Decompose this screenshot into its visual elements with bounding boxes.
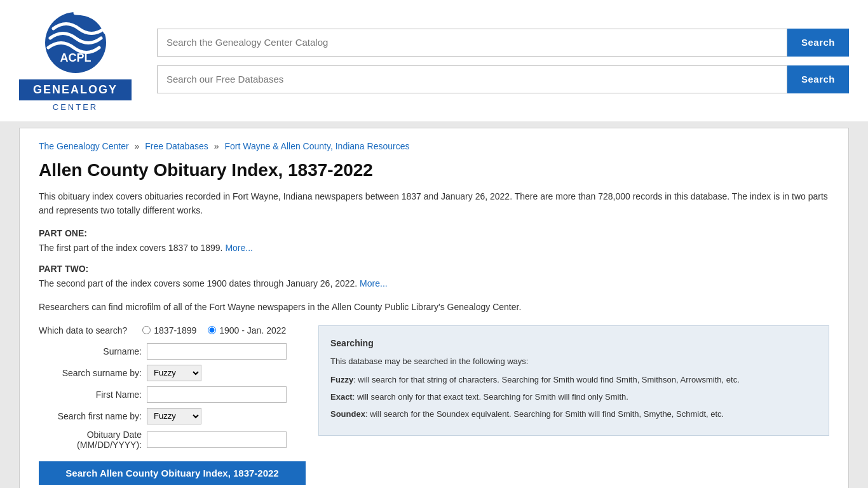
breadcrumb-genealogy-center[interactable]: The Genealogy Center <box>39 141 129 151</box>
search-form: Which data to search? 1837-1899 1900 - J… <box>39 325 306 485</box>
surname-label: Surname: <box>39 346 147 356</box>
radio-row: Which data to search? 1837-1899 1900 - J… <box>39 325 306 336</box>
part-two-more-link[interactable]: More... <box>360 278 388 288</box>
search-bars: Search Search <box>157 29 849 93</box>
exact-label: Exact <box>330 392 353 402</box>
fuzzy-label: Fuzzy <box>330 375 353 384</box>
content-box: The Genealogy Center » Free Databases » … <box>19 128 849 488</box>
part-two-heading: PART TWO: <box>39 264 829 274</box>
obit-date-input[interactable] <box>147 431 287 448</box>
soundex-desc: : will search for the Soundex equivalent… <box>365 409 724 419</box>
first-name-label: First Name: <box>39 390 147 400</box>
search-surname-by-select[interactable]: Fuzzy Exact Soundex <box>147 365 201 381</box>
logo-badge: GENEALOGY <box>19 79 132 100</box>
fuzzy-desc: : will search for that string of charact… <box>353 375 740 384</box>
logo-badge-sub: CENTER <box>53 102 98 112</box>
which-data-label: Which data to search? <box>39 325 127 336</box>
freedb-search-input[interactable] <box>157 65 787 93</box>
researchers-note: Researchers can find microfilm of all of… <box>39 300 829 314</box>
radio-1900[interactable] <box>208 326 216 334</box>
radio-1900-text: 1900 - Jan. 2022 <box>219 325 286 336</box>
search-first-name-by-select[interactable]: Fuzzy Exact Soundex <box>147 408 201 424</box>
part-one-heading: PART ONE: <box>39 228 829 238</box>
info-exact: Exact: will search only for that exact t… <box>330 391 817 404</box>
radio-1837-text: 1837-1899 <box>154 325 196 336</box>
info-soundex: Soundex: will search for the Soundex equ… <box>330 408 817 421</box>
exact-desc: : will search only for that exact text. … <box>353 392 628 402</box>
freedb-search-row: Search <box>157 65 849 93</box>
soundex-label: Soundex <box>330 409 365 419</box>
acpl-logo-icon: ACPL <box>34 10 117 86</box>
svg-text:ACPL: ACPL <box>60 51 91 64</box>
radio-1837[interactable] <box>142 326 151 334</box>
surname-input[interactable] <box>147 343 287 360</box>
search-surname-by-label: Search surname by: <box>39 368 147 378</box>
search-first-name-by-label: Search first name by: <box>39 411 147 421</box>
first-name-row: First Name: <box>39 386 306 403</box>
catalog-search-button[interactable]: Search <box>787 29 849 57</box>
part-two-text: The second part of the index covers some… <box>39 276 829 290</box>
info-box: Searching This database may be searched … <box>318 325 829 436</box>
form-and-info: Which data to search? 1837-1899 1900 - J… <box>39 325 829 485</box>
breadcrumb-sep-1: » <box>135 141 140 151</box>
obit-date-row: Obituary Date (MM/DD/YYYY): <box>39 430 306 450</box>
info-description: This database may be searched in the fol… <box>330 355 817 369</box>
breadcrumb-free-databases[interactable]: Free Databases <box>145 141 208 151</box>
radio-1837-label[interactable]: 1837-1899 <box>142 325 196 336</box>
logo-area: ACPL GENEALOGY CENTER <box>19 10 132 112</box>
info-fuzzy: Fuzzy: will search for that string of ch… <box>330 374 817 387</box>
part-one-more-link[interactable]: More... <box>225 243 253 253</box>
info-title: Searching <box>330 336 817 350</box>
header: ACPL GENEALOGY CENTER Search Search <box>0 0 868 121</box>
first-name-input[interactable] <box>147 386 287 403</box>
page-title: Allen County Obituary Index, 1837-2022 <box>39 160 829 180</box>
breadcrumb-sep-2: » <box>214 141 219 151</box>
search-surname-by-row: Search surname by: Fuzzy Exact Soundex <box>39 365 306 381</box>
radio-1900-label[interactable]: 1900 - Jan. 2022 <box>208 325 286 336</box>
main-wrapper: The Genealogy Center » Free Databases » … <box>0 121 868 488</box>
catalog-search-input[interactable] <box>157 29 787 57</box>
surname-row: Surname: <box>39 343 306 360</box>
page-description: This obituary index covers obituaries re… <box>39 189 829 218</box>
submit-search-button[interactable]: Search Allen County Obituary Index, 1837… <box>39 461 306 485</box>
search-first-name-by-row: Search first name by: Fuzzy Exact Sounde… <box>39 408 306 424</box>
breadcrumb: The Genealogy Center » Free Databases » … <box>39 141 829 151</box>
freedb-search-button[interactable]: Search <box>787 65 849 93</box>
obit-date-label: Obituary Date (MM/DD/YYYY): <box>39 430 147 450</box>
catalog-search-row: Search <box>157 29 849 57</box>
part-one-text: The first part of the index covers 1837 … <box>39 241 829 255</box>
breadcrumb-fort-wayne[interactable]: Fort Wayne & Allen County, Indiana Resou… <box>224 141 409 151</box>
